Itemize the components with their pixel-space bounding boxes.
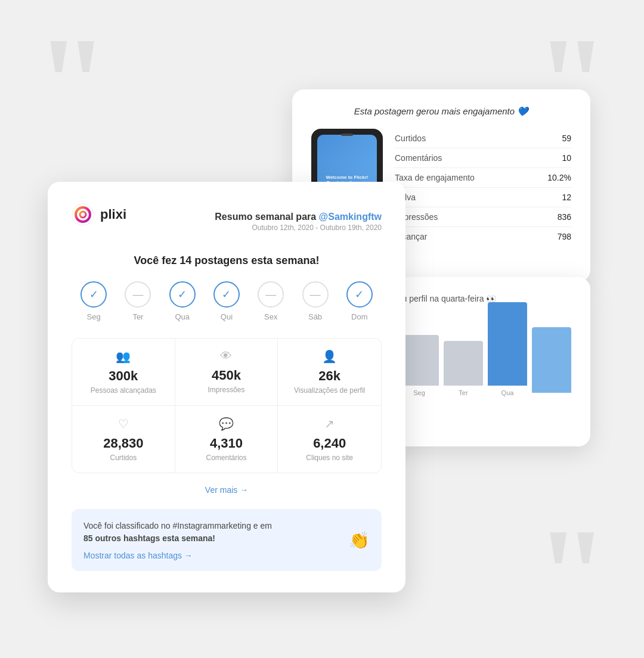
stats-cell: 👥 300k Pessoas alcançadas: [72, 339, 175, 406]
day-item: — Sáb: [293, 281, 337, 321]
engagement-card-title: Esta postagem gerou mais engajamento 💙: [311, 106, 571, 117]
main-card: plixi Resumo semanal para @Samkingftw Ou…: [48, 182, 405, 592]
stat-row: Taxa de engajamento10.2%: [395, 168, 571, 188]
stat-row: Alcançar798: [395, 227, 571, 246]
day-circle: —: [258, 281, 284, 308]
stats-cell: 👤 26k Visualizações de perfil: [278, 339, 381, 406]
stats-cell: 👁 450k Impressões: [175, 339, 278, 406]
stats-grid: 👥 300k Pessoas alcançadas 👁 450k Impress…: [72, 338, 382, 473]
weekly-title: Você fez 14 postagens esta semana!: [72, 254, 382, 267]
bar: [532, 327, 571, 393]
bar: [444, 341, 483, 386]
stats-icon: ↗: [324, 417, 335, 431]
main-ver-mais[interactable]: Ver mais →: [72, 485, 382, 495]
hashtag-emoji: 👏: [349, 530, 370, 550]
day-circle: ✓: [346, 281, 373, 308]
stat-row: Curtidos59: [395, 129, 571, 148]
day-label: Dom: [351, 312, 367, 321]
stats-icon: ♡: [118, 417, 129, 431]
hashtag-content: Você foi classificado no #Instagrammarke…: [83, 520, 272, 560]
day-circle: —: [302, 281, 329, 308]
bar-label: Ter: [459, 389, 467, 396]
stats-cell: 💬 4,310 Comentários: [175, 406, 278, 473]
day-item: ✓ Qua: [160, 281, 205, 321]
stat-label: Comentários: [395, 153, 442, 163]
bar-group: Ter: [444, 341, 483, 396]
stats-desc: Comentários: [206, 454, 246, 462]
hashtag-text: Você foi classificado no #Instagrammarke…: [83, 520, 272, 545]
day-item: — Ter: [116, 281, 160, 321]
logo-area: plixi: [72, 203, 126, 226]
stat-label: Curtidos: [395, 134, 426, 143]
day-circle: ✓: [80, 281, 107, 308]
bar: [488, 302, 527, 386]
header-title: Resumo semanal para @Samkingftw: [215, 212, 382, 222]
stats-icon: 💬: [219, 417, 234, 431]
day-item: ✓ Dom: [338, 281, 382, 321]
day-label: Seg: [87, 312, 101, 321]
stats-number: 28,830: [103, 436, 143, 451]
bar-label: Qua: [501, 389, 514, 396]
bar-group: [532, 327, 571, 396]
day-label: Qua: [175, 312, 190, 321]
stats-desc: Cliques no site: [306, 454, 353, 462]
stats-number: 300k: [109, 368, 138, 384]
day-item: ✓ Seg: [72, 281, 116, 321]
stats-number: 6,240: [313, 436, 346, 451]
header-username: @Samkingftw: [319, 212, 382, 222]
cards-container: Esta postagem gerou mais engajamento 💙 W…: [0, 0, 644, 658]
day-circle: ✓: [169, 281, 196, 308]
day-item: — Sex: [249, 281, 293, 321]
stat-value: 12: [562, 193, 571, 202]
stats-desc: Visualizações de perfil: [294, 386, 365, 395]
stat-row: Salva12: [395, 188, 571, 207]
phone-speaker: [341, 134, 353, 136]
stats-icon: 👁: [220, 349, 232, 363]
hashtag-link[interactable]: Mostrar todas as hashtags →: [83, 551, 272, 560]
stat-value: 798: [558, 232, 571, 241]
stat-value: 10.2%: [547, 173, 571, 182]
day-label: Ter: [132, 312, 143, 321]
day-label: Sáb: [308, 312, 322, 321]
stats-cell: ↗ 6,240 Cliques no site: [278, 406, 381, 473]
stat-row: Comentários10: [395, 148, 571, 168]
stats-desc: Impressões: [208, 386, 244, 394]
logo-text: plixi: [100, 207, 126, 222]
hashtag-line2: 85 outros hashtags esta semana!: [83, 533, 215, 543]
bar-label: Seg: [413, 389, 425, 396]
engagement-stats: Curtidos59Comentários10Taxa de engajamen…: [395, 129, 571, 246]
hashtag-banner: Você foi classificado no #Instagrammarke…: [72, 509, 382, 571]
days-row: ✓ Seg — Ter ✓ Qua ✓ Qui — Sex — Sáb ✓ Do…: [72, 281, 382, 321]
stats-icon: 👤: [322, 349, 337, 364]
logo-header: plixi Resumo semanal para @Samkingftw Ou…: [72, 203, 382, 240]
header-date: Outubro 12th, 2020 - Outubro 19th, 2020: [215, 224, 382, 232]
stat-value: 10: [562, 153, 571, 163]
bar-group: Qua: [488, 302, 527, 396]
day-circle: —: [125, 281, 151, 308]
hashtag-line1: Você foi classificado no #Instagrammarke…: [83, 521, 272, 530]
stats-icon: 👥: [116, 349, 131, 364]
stats-desc: Curtidos: [110, 454, 137, 462]
day-circle: ✓: [213, 281, 240, 308]
day-label: Qui: [221, 312, 233, 321]
stats-number: 4,310: [210, 436, 243, 451]
stat-row: Impressões836: [395, 207, 571, 227]
stat-value: 836: [558, 212, 571, 222]
stats-number: 450k: [212, 368, 241, 383]
day-item: ✓ Qui: [205, 281, 249, 321]
stats-desc: Pessoas alcançadas: [91, 386, 156, 395]
stats-cell: ♡ 28,830 Curtidos: [72, 406, 175, 473]
stat-value: 59: [562, 134, 571, 143]
stat-label: Taxa de engajamento: [395, 173, 475, 182]
stats-number: 26k: [318, 368, 340, 384]
plixi-logo-icon: [72, 203, 94, 226]
header-right: Resumo semanal para @Samkingftw Outubro …: [215, 212, 382, 232]
day-label: Sex: [264, 312, 277, 321]
